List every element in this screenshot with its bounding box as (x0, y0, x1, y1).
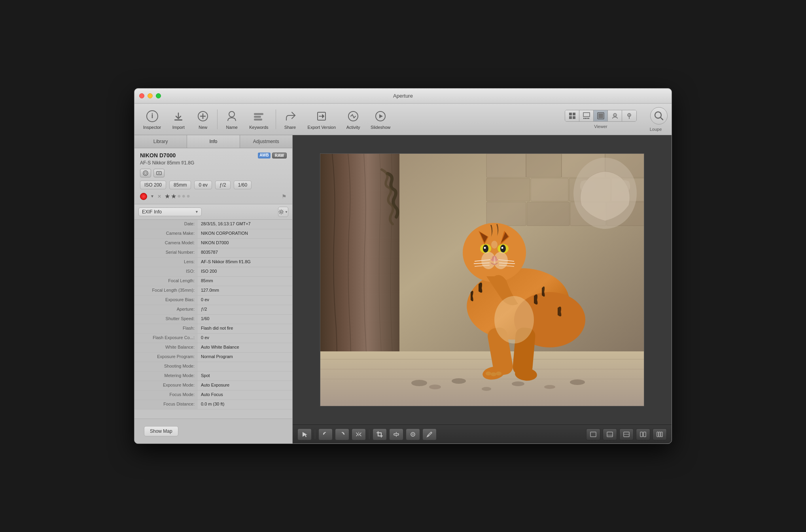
inspector-icon: i (145, 109, 159, 123)
lens-icons (140, 169, 287, 177)
camera-badges: AWB RAW (258, 153, 287, 158)
show-map-button[interactable]: Show Map (144, 426, 178, 436)
inspector-button[interactable]: i Inspector (138, 107, 166, 132)
viewer-layout-btn-1[interactable] (586, 428, 600, 440)
faces-view-button[interactable] (608, 110, 622, 121)
loupe-button[interactable] (650, 107, 668, 125)
grid-view-button[interactable] (565, 110, 579, 121)
exif-row-label: Flash: (134, 324, 198, 333)
svg-marker-91 (303, 432, 307, 437)
flag-button[interactable]: ⚑ (282, 193, 287, 200)
slideshow-button[interactable]: Slideshow (366, 107, 395, 132)
star-rating[interactable]: ★ ★ ● ● ● (165, 192, 190, 200)
exif-settings-button[interactable]: ▼ (278, 207, 288, 217)
traffic-lights (139, 93, 161, 98)
rating-row: ▼ ✕ ★ ★ ● ● ● ⚑ (140, 192, 287, 200)
loupe-label: Loupe (650, 127, 662, 132)
svg-point-90 (494, 296, 534, 343)
crop-button[interactable] (373, 428, 387, 440)
svg-rect-14 (569, 116, 572, 119)
rotate-right-button[interactable] (335, 428, 349, 440)
import-label: Import (172, 125, 185, 130)
brush-button[interactable] (422, 428, 437, 440)
svg-rect-36 (526, 154, 562, 177)
svg-rect-108 (659, 432, 660, 437)
viewer-layout-btn-3[interactable] (619, 428, 634, 440)
exif-row-label: Aperture: (134, 305, 198, 314)
exif-row-label: Focus Distance: (134, 400, 198, 409)
reject-arrow: ▼ (150, 194, 154, 198)
places-view-button[interactable] (622, 110, 636, 121)
tab-info[interactable]: Info (187, 135, 240, 148)
lens-icon-btn-2[interactable] (153, 169, 165, 177)
exif-row: Shutter Speed:1/60 (134, 315, 292, 324)
exif-row-value: Normal Program (198, 353, 292, 362)
star-1[interactable]: ★ (165, 192, 170, 200)
filmstrip-view-button[interactable] (579, 110, 594, 121)
svg-point-67 (484, 247, 486, 249)
viewer-mode-button[interactable] (594, 110, 608, 121)
close-button[interactable] (139, 93, 144, 98)
toolbar-right: Viewer Loupe (565, 107, 668, 132)
exif-row-value: Auto Exposure (198, 381, 292, 390)
svg-point-54 (429, 385, 441, 389)
svg-rect-5 (254, 113, 263, 115)
tab-adjustments[interactable]: Adjustments (240, 135, 292, 148)
exif-info-select[interactable]: EXIF Info IPTC Info GPS Info (138, 208, 202, 216)
activity-button[interactable]: Activity (341, 107, 365, 132)
exif-row-value: NIKON D7000 (198, 239, 292, 248)
star-3[interactable]: ● (177, 192, 181, 200)
exif-row-label: Exposure Bias: (134, 296, 198, 305)
select-tool-button[interactable] (297, 428, 312, 440)
svg-rect-2 (174, 119, 182, 121)
reject-button[interactable] (140, 193, 147, 200)
svg-point-4 (229, 111, 235, 117)
exif-row-value: ƒ/2 (198, 305, 292, 314)
clear-rating-button[interactable]: ✕ (157, 194, 161, 199)
exif-row: Focus Mode:Auto Focus (134, 391, 292, 400)
exif-row-value: 0.0 m (30 ft) (198, 400, 292, 409)
svg-point-98 (411, 432, 415, 436)
maximize-button[interactable] (156, 93, 161, 98)
export-version-button[interactable]: Export Version (303, 107, 341, 132)
svg-point-29 (144, 172, 147, 174)
straighten-button[interactable] (389, 428, 403, 440)
new-button[interactable]: New (191, 107, 215, 132)
star-2[interactable]: ★ (171, 192, 176, 200)
rotate-left-button[interactable] (318, 428, 333, 440)
svg-point-31 (158, 172, 160, 174)
exif-row-value: 0 ev (198, 296, 292, 305)
share-button[interactable]: Share (278, 107, 302, 132)
svg-point-99 (412, 434, 414, 435)
retouch-button[interactable] (406, 428, 420, 440)
svg-point-81 (494, 252, 508, 269)
exposure-row: ISO 200 85mm 0 ev ƒ/2 1/60 (140, 181, 287, 189)
star-5[interactable]: ● (186, 192, 190, 200)
main-window: Aperture i Inspector (134, 88, 672, 444)
exif-row-label: Serial Number: (134, 248, 198, 257)
svg-rect-43 (486, 202, 526, 226)
lens-icon-btn-1[interactable] (140, 169, 151, 177)
viewer-layout-btn-2[interactable] (603, 428, 617, 440)
name-button[interactable]: Name (220, 107, 244, 132)
awb-badge: AWB (258, 153, 270, 158)
keywords-label: Keywords (249, 125, 268, 130)
star-4[interactable]: ● (182, 192, 186, 200)
exif-row-value: 0 ev (198, 334, 292, 343)
minimize-button[interactable] (148, 93, 153, 98)
viewer-layout-btn-5[interactable] (653, 428, 667, 440)
exif-row: Camera Model:NIKON D7000 (134, 239, 292, 248)
svg-point-53 (411, 380, 427, 386)
tab-library[interactable]: Library (134, 135, 187, 148)
svg-rect-15 (573, 116, 575, 119)
window-title: Aperture (393, 93, 413, 99)
toolbar-sep-1 (217, 109, 218, 129)
import-button[interactable]: Import (166, 107, 190, 132)
viewer-layout-btn-4[interactable] (636, 428, 650, 440)
photo-area (293, 135, 672, 424)
flip-button[interactable] (352, 428, 366, 440)
svg-point-88 (491, 372, 496, 376)
activity-icon (346, 109, 360, 123)
exif-row-label: Metering Mode: (134, 372, 198, 381)
keywords-button[interactable]: Keywords (244, 107, 273, 132)
